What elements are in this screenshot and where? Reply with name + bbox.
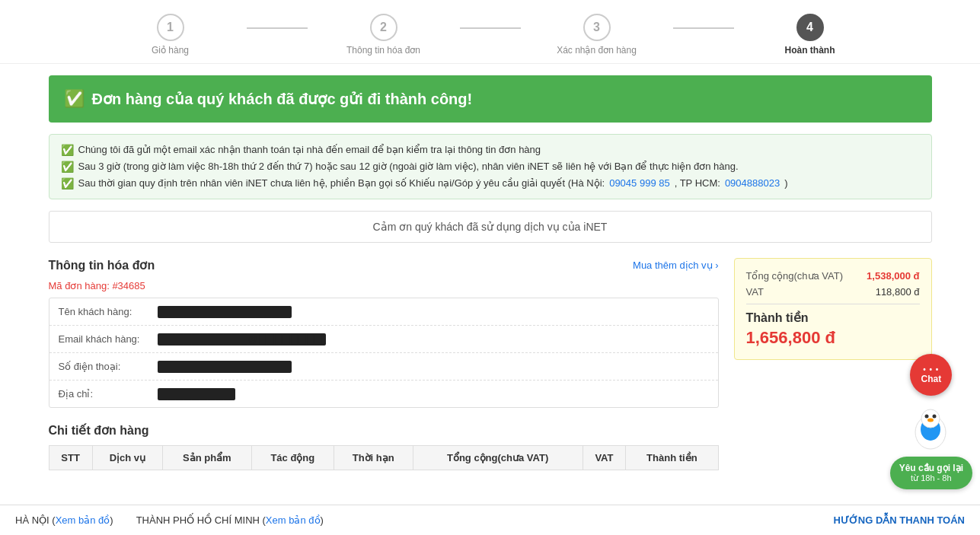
- summary-subtotal-label: Tổng cộng(chưa VAT): [746, 270, 844, 282]
- invoice-row-address: Địa chỉ: █████████: [49, 381, 718, 407]
- info-item-3: ✅ Sau thời gian quy định trên nhân viên …: [61, 177, 920, 189]
- label-address: Địa chỉ:: [59, 388, 158, 400]
- invoice-section-title: Thông tin hóa đơn: [49, 258, 155, 272]
- order-details-table: STT Dịch vụ Sản phẩm Tác động Thời hạn T…: [49, 445, 719, 470]
- step-2-label: Thông tin hóa đơn: [346, 45, 420, 56]
- info-text-1: Chúng tôi đã gửi một email xác nhận than…: [78, 144, 541, 155]
- label-name: Tên khách hàng:: [59, 306, 158, 317]
- phone-hanoi-link[interactable]: 09045 999 85: [609, 177, 670, 189]
- redacted-phone: ████████████████: [158, 361, 292, 373]
- summary-box: Tổng cộng(chưa VAT) 1,538,000 đ VAT 118,…: [734, 258, 932, 360]
- step-connector-2: [460, 27, 521, 29]
- col-vat: VAT: [583, 446, 626, 470]
- main-content: ✅ Đơn hàng của quý khách đã được gửi đi …: [34, 64, 947, 482]
- stepper: 1 Giỏ hàng 2 Thông tin hóa đơn 3 Xác nhậ…: [0, 0, 980, 64]
- svg-point-5: [927, 418, 934, 422]
- callback-button[interactable]: Yêu cầu gọi lại từ 18h - 8h: [890, 457, 972, 482]
- step-4-circle: 4: [796, 14, 824, 41]
- order-id-value: #34685: [112, 280, 145, 291]
- redacted-email: ███████████@████████: [158, 333, 327, 346]
- invoice-row-name: Tên khách hàng: ████████████████: [49, 298, 718, 326]
- success-banner-text: Đơn hàng của quý khách đã được gửi đi th…: [92, 90, 473, 108]
- info-text-3b: , TP HCM:: [675, 177, 720, 189]
- step-3-circle: 3: [583, 14, 611, 41]
- summary-vat-label: VAT: [746, 286, 764, 298]
- summary-subtotal-row: Tổng cộng(chưa VAT) 1,538,000 đ: [746, 270, 920, 282]
- summary-subtotal-value: 1,538,000 đ: [867, 270, 919, 282]
- step-3: 3 Xác nhận đơn hàng: [521, 14, 673, 56]
- mascot-icon: [905, 400, 958, 453]
- left-column: Thông tin hóa đơn Mua thêm dịch vụ Mã đơ…: [49, 258, 719, 470]
- check-icon-3: ✅: [61, 177, 74, 189]
- step-2-circle: 2: [370, 14, 397, 41]
- step-1-label: Giỏ hàng: [152, 45, 189, 56]
- right-column: Tổng cộng(chưa VAT) 1,538,000 đ VAT 118,…: [734, 258, 932, 360]
- step-connector-3: [673, 27, 734, 29]
- col-thanhtien: Thành tiền: [626, 446, 718, 470]
- col-tacdong: Tác động: [251, 446, 334, 470]
- phone-hcm-link[interactable]: 0904888023: [725, 177, 780, 189]
- invoice-row-phone: Số điện thoại: ████████████████: [49, 353, 718, 381]
- thankyou-text: Cảm ơn quý khách đã sử dụng dịch vụ của …: [373, 221, 608, 233]
- value-email: ███████████@████████: [158, 333, 327, 345]
- info-list: ✅ Chúng tôi đã gửi một email xác nhận th…: [49, 134, 932, 199]
- summary-vat-row: VAT 118,800 đ: [746, 286, 920, 298]
- step-4-label: Hoàn thành: [785, 45, 835, 56]
- label-email: Email khách hàng:: [59, 333, 158, 345]
- chat-button[interactable]: • • • Chat: [910, 354, 952, 396]
- chat-label: Chat: [921, 374, 941, 384]
- more-services-link[interactable]: Mua thêm dịch vụ: [633, 260, 718, 271]
- check-icon-1: ✅: [61, 144, 74, 156]
- col-thoihan: Thời hạn: [334, 446, 413, 470]
- svg-point-3: [925, 414, 929, 418]
- step-2: 2 Thông tin hóa đơn: [308, 14, 460, 56]
- invoice-section-header: Thông tin hóa đơn Mua thêm dịch vụ: [49, 258, 719, 272]
- info-text-2: Sau 3 giờ (trong giờ làm việc 8h-18h thứ…: [78, 161, 739, 172]
- callback-sub-text: từ 18h - 8h: [899, 473, 963, 482]
- value-address: █████████: [158, 388, 236, 400]
- two-column-layout: Thông tin hóa đơn Mua thêm dịch vụ Mã đơ…: [49, 258, 932, 470]
- thankyou-box: Cảm ơn quý khách đã sử dụng dịch vụ của …: [49, 211, 932, 243]
- col-stt: STT: [49, 446, 92, 470]
- invoice-row-email: Email khách hàng: ███████████@████████: [49, 326, 718, 353]
- summary-total-value: 1,656,800 đ: [746, 328, 920, 348]
- label-phone: Số điện thoại:: [59, 361, 158, 372]
- svg-point-4: [933, 414, 937, 418]
- info-text-3c: ): [784, 177, 787, 189]
- col-dichvu: Dịch vụ: [92, 446, 162, 470]
- callback-main-text: Yêu cầu gọi lại: [899, 463, 963, 473]
- redacted-name: ████████████████: [158, 306, 292, 318]
- order-details-title: Chi tiết đơn hàng: [49, 423, 719, 438]
- summary-divider: [746, 304, 920, 304]
- redacted-address: █████████: [158, 388, 236, 400]
- order-id-label: Mã đơn hàng:: [49, 280, 113, 291]
- value-phone: ████████████████: [158, 361, 292, 372]
- col-tongcong: Tổng cộng(chưa VAT): [413, 446, 583, 470]
- success-check-icon: ✅: [64, 89, 85, 109]
- invoice-info-table: Tên khách hàng: ████████████████ Email k…: [49, 298, 719, 408]
- info-text-3a: Sau thời gian quy định trên nhân viên iN…: [78, 177, 605, 189]
- step-1-circle: 1: [157, 14, 184, 41]
- info-item-2: ✅ Sau 3 giờ (trong giờ làm việc 8h-18h t…: [61, 161, 920, 173]
- summary-total-label: Thành tiền: [746, 310, 920, 325]
- info-item-1: ✅ Chúng tôi đã gửi một email xác nhận th…: [61, 144, 920, 156]
- order-id: Mã đơn hàng: #34685: [49, 280, 719, 291]
- chat-widget: • • • Chat Yêu cầu gọi lại từ 18h - 8h: [890, 354, 972, 482]
- step-4: 4 Hoàn thành: [734, 14, 886, 56]
- chat-dots: • • •: [923, 365, 939, 374]
- summary-vat-value: 118,800 đ: [876, 286, 920, 298]
- success-banner: ✅ Đơn hàng của quý khách đã được gửi đi …: [49, 75, 932, 123]
- step-connector-1: [247, 27, 308, 29]
- step-1: 1 Giỏ hàng: [94, 14, 247, 56]
- step-3-label: Xác nhận đơn hàng: [557, 45, 637, 56]
- col-sanpham: Sản phẩm: [162, 446, 251, 470]
- check-icon-2: ✅: [61, 161, 74, 173]
- value-name: ████████████████: [158, 306, 292, 317]
